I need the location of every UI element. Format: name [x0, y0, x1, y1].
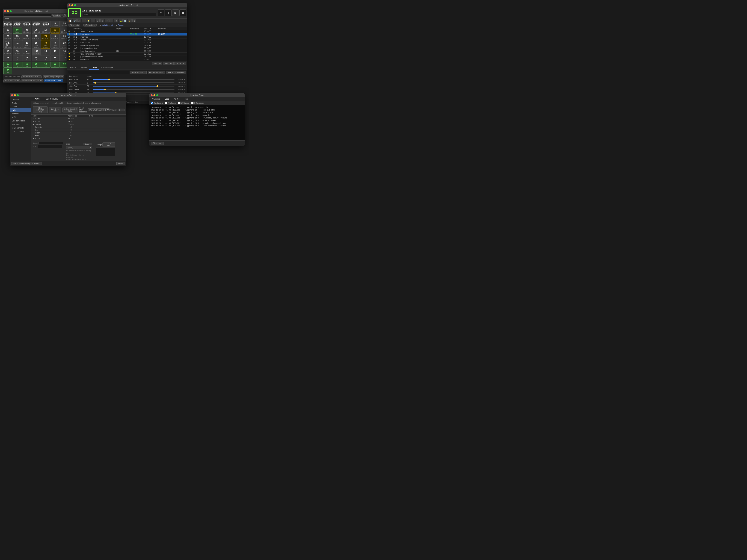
sidebar-item-osc-controls[interactable]: OSC Controls	[10, 130, 31, 133]
reset-button[interactable]: Reset Visible Settings to Defaults	[11, 162, 42, 165]
tab-patch[interactable]: PATCH	[31, 97, 43, 101]
level-cell[interactable]: 18 9	[51, 55, 59, 61]
capture-button[interactable]: Capture	[83, 143, 92, 145]
level-cell[interactable]: 60 12	[13, 62, 22, 68]
level-cell[interactable]: 60 14	[32, 62, 41, 68]
midi-bus-select[interactable]: IAC Driver IAC Bus 1	[88, 108, 110, 111]
name-input[interactable]	[38, 141, 63, 144]
new-group-button[interactable]: New Group ⌘G	[49, 108, 61, 112]
level-cell[interactable]: 35 sides.Inte...	[22, 28, 31, 33]
revert-changes-button[interactable]: Revert Changes ⌘R	[3, 79, 21, 82]
level-cell[interactable]: 20 sides.Whl...	[3, 34, 12, 40]
tab-art-net[interactable]: Art-Net	[172, 97, 183, 101]
close-button[interactable]	[69, 4, 71, 6]
sidebar-item-video[interactable]: Video	[10, 105, 31, 108]
level-cell[interactable]: 18 8	[41, 55, 50, 61]
settings-row[interactable]: ▶ bx USC 69 - 72	[31, 137, 126, 140]
command-input[interactable]	[68, 71, 129, 74]
prune-commands-button[interactable]: Prune Commands	[148, 71, 165, 74]
new-instrument-button[interactable]: New Instrument ⌘N	[33, 106, 48, 113]
settings-row[interactable]: ▶ bx DSC 57 - 60	[31, 117, 126, 120]
minimize-button[interactable]	[7, 10, 9, 12]
tool-icon-15[interactable]: ☰	[132, 19, 136, 22]
sidebar-item-midi[interactable]: MIDI	[10, 115, 31, 119]
osc-input-filter[interactable]: OSC input	[178, 102, 189, 104]
table-row[interactable]: 🔊 10 scene 1.1 atmo 10:00.00	[67, 30, 187, 33]
tool-icon-11[interactable]: ⚙	[114, 19, 118, 22]
table-row[interactable]: 🔊 10-5 clouds background loop 01:02.77	[67, 44, 187, 47]
slider-track[interactable]	[93, 82, 175, 83]
tool-icon-8[interactable]: ⏯	[100, 19, 104, 22]
traffic-lights[interactable]	[69, 4, 76, 6]
level-cell[interactable]: 18 7	[32, 55, 41, 61]
osc-replies-checkbox[interactable]	[191, 102, 194, 104]
slider-thumb[interactable]	[156, 85, 158, 87]
table-row[interactable]: 💡 50 ▶ blackout 00:06.00	[67, 58, 187, 61]
tool-icon-2[interactable]: 🔊	[73, 19, 77, 22]
delete-button[interactable]: Delete Selected ⌘⌫	[62, 108, 78, 112]
tool-icon-12[interactable]: ⛳	[119, 19, 123, 22]
traffic-lights[interactable]	[11, 94, 19, 96]
done-button[interactable]: Done	[117, 162, 125, 165]
table-row[interactable]: 🔊 10-2 moonrise 10:00.00	[67, 36, 187, 38]
level-cell[interactable]: 60 16	[51, 62, 59, 68]
level-cell[interactable]: 28 side SR.R...	[22, 40, 31, 49]
update-originating-button[interactable]: Update 0 Originating Cues	[43, 75, 64, 78]
update-latest-button[interactable]: Update Latest Cue ⌘U...	[21, 75, 42, 78]
slider-thumb[interactable]	[108, 79, 110, 80]
level-cell[interactable]: 18 4	[3, 55, 12, 61]
sidebar-item-light[interactable]: Light	[10, 108, 31, 112]
sidebar-item-key-map[interactable]: Key Map	[10, 123, 31, 126]
level-cell[interactable]: 35 side SL.I...	[13, 34, 22, 40]
table-row[interactable]: 💡 10-1 base scene 00:00.00 00:05.00 00:0…	[67, 33, 187, 36]
expand-button[interactable]: Expand ✕	[175, 89, 185, 90]
level-cell[interactable]: 20 side SL.R...	[22, 34, 31, 40]
tab-info[interactable]: Info	[183, 97, 191, 101]
level-cell[interactable]: 15 side SLR...	[32, 34, 41, 40]
safe-sort-commands-button[interactable]: Safe Sort Commands	[166, 71, 186, 74]
slider-container[interactable]: 79	[87, 85, 175, 87]
osc-replies-filter[interactable]: OSC replies	[191, 102, 204, 104]
level-cell[interactable]: 3 all.Amber	[51, 21, 59, 27]
search-input[interactable]	[4, 14, 51, 17]
level-cell[interactable]: 60 11	[3, 62, 12, 68]
clear-logs-button[interactable]: Clear Logs	[151, 141, 164, 145]
close-button[interactable]	[151, 94, 153, 96]
level-cell[interactable]: (mixed) (mixed) all.Green	[32, 21, 41, 27]
level-cell[interactable]: 79 side SL.G...	[41, 34, 50, 40]
midi-input-checkbox[interactable]	[165, 102, 168, 104]
slider-thumb[interactable]	[94, 82, 96, 84]
level-cell[interactable]: 28 sides.Red	[32, 28, 41, 33]
level-cell[interactable]: 60 f cool	[13, 28, 22, 33]
level-cell[interactable]: (mixed) (mixed) all.Blue	[41, 21, 50, 27]
slider-container[interactable]: 20	[87, 78, 175, 81]
midi-input-filter[interactable]: MIDI input	[165, 102, 176, 104]
settings-row[interactable]: Blue 68	[31, 134, 126, 137]
tool-icon-14[interactable]: ⚡	[128, 19, 132, 22]
tab-triggers[interactable]: Triggers	[78, 66, 89, 70]
table-row[interactable]: 🔊 10-3 crickets, early evening 00:10.63	[67, 38, 187, 41]
close-button[interactable]	[4, 10, 6, 12]
level-cell[interactable]: side SL... side SL... side SL...	[3, 40, 12, 49]
maximize-button[interactable]	[10, 10, 12, 12]
level-cell[interactable]: 4 bx.Green	[22, 49, 31, 55]
slider-track[interactable]	[93, 79, 175, 80]
tool-icon-7[interactable]: ▶	[96, 19, 100, 22]
add-to-group-button[interactable]: Add to Group...	[102, 142, 115, 147]
level-cell[interactable]: 10 bx.Intensi...	[3, 49, 12, 55]
table-row[interactable]: 💡 40 ▶ ghost of old hamlet enters 01:15.…	[67, 55, 187, 58]
cue-triggers-checkbox[interactable]	[151, 102, 153, 104]
stop-button[interactable]: ⏹	[179, 9, 186, 16]
slider-track[interactable]	[93, 86, 175, 86]
level-cell[interactable]: 18 f warm	[3, 28, 12, 33]
sidebar-item-audio[interactable]: Audio	[10, 101, 31, 105]
tab-logs[interactable]: Logs	[162, 97, 172, 101]
settings-row[interactable]: Green 67	[31, 132, 126, 134]
expand-button[interactable]: Expand ✕	[175, 79, 185, 80]
cancel-list-button[interactable]: Cancel List	[174, 62, 186, 65]
level-cell[interactable]: 3 side SR.A...	[51, 40, 59, 49]
add-command-button[interactable]: Add Command...	[130, 71, 147, 74]
expand-button[interactable]: Expand ✕	[175, 85, 185, 87]
presets-item[interactable]: ▶ Presets	[116, 24, 124, 26]
play-button[interactable]: ▶	[172, 9, 179, 16]
